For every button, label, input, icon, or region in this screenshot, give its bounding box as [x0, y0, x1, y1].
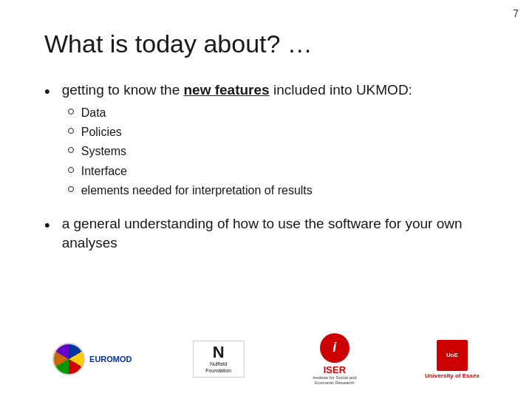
- sub-item-label: Policies: [81, 124, 122, 140]
- bullet-suffix: included into UKMOD:: [270, 82, 412, 98]
- iser-main-label: ISER: [324, 364, 346, 375]
- sub-item-systems: Systems: [68, 143, 412, 160]
- sub-item-label: Data: [81, 105, 106, 121]
- sub-bullet-icon: [68, 186, 74, 192]
- iser-sub-label: Institute for Social and Economic Resear…: [305, 375, 364, 386]
- essex-label: University of Essex: [425, 372, 480, 379]
- sub-item-label: elements needed for interpretation of re…: [81, 183, 313, 199]
- bullet-prefix: getting to know the: [62, 82, 184, 98]
- content-area: • getting to know the new features inclu…: [37, 81, 495, 253]
- bullet-dot-1: •: [44, 82, 50, 101]
- nuffield-n: N: [213, 344, 225, 361]
- bullet-item-2: • a general understanding of how to use …: [44, 214, 495, 253]
- sub-item-label: Interface: [81, 163, 127, 180]
- sub-bullet-icon: [68, 109, 74, 115]
- sub-item-policies: Policies: [68, 124, 412, 140]
- iser-circle-icon: [320, 333, 349, 363]
- slide-number: 7: [513, 7, 519, 19]
- euromod-circle-icon: [52, 343, 85, 375]
- euromod-logo: EUROMOD: [52, 343, 132, 375]
- bullet-dot-2: •: [44, 216, 50, 235]
- sub-list: Data Policies Systems Interface elements…: [62, 105, 412, 200]
- euromod-label: EUROMOD: [89, 355, 132, 364]
- slide-title: What is today about? …: [37, 30, 495, 58]
- iser-text-row: ISER Institute for Social and Economic R…: [305, 364, 364, 386]
- bullet-item-1: • getting to know the new features inclu…: [44, 81, 495, 202]
- nuffield-text: NuffieldFoundation: [205, 361, 231, 374]
- sub-item-elements: elements needed for interpretation of re…: [68, 183, 412, 199]
- bullet-text-1: getting to know the new features include…: [62, 81, 412, 202]
- sub-bullet-icon: [68, 128, 74, 134]
- sub-bullet-icon: [68, 147, 74, 153]
- sub-bullet-icon: [68, 167, 74, 173]
- sub-item-label: Systems: [81, 143, 126, 160]
- bullet-highlight: new features: [183, 82, 269, 98]
- essex-logo: UoE University of Essex: [425, 340, 480, 379]
- bullet-text-content-1: getting to know the new features include…: [62, 82, 412, 98]
- footer: EUROMOD N NuffieldFoundation ISER Instit…: [0, 333, 532, 386]
- slide: 7 What is today about? … • getting to kn…: [0, 0, 532, 399]
- iser-logo: ISER Institute for Social and Economic R…: [305, 333, 364, 386]
- bullet-text-2: a general understanding of how to use th…: [62, 214, 495, 253]
- sub-item-interface: Interface: [68, 163, 412, 180]
- essex-emblem-icon: UoE: [437, 340, 468, 371]
- sub-item-data: Data: [68, 105, 412, 121]
- nuffield-logo: N NuffieldFoundation: [193, 341, 245, 378]
